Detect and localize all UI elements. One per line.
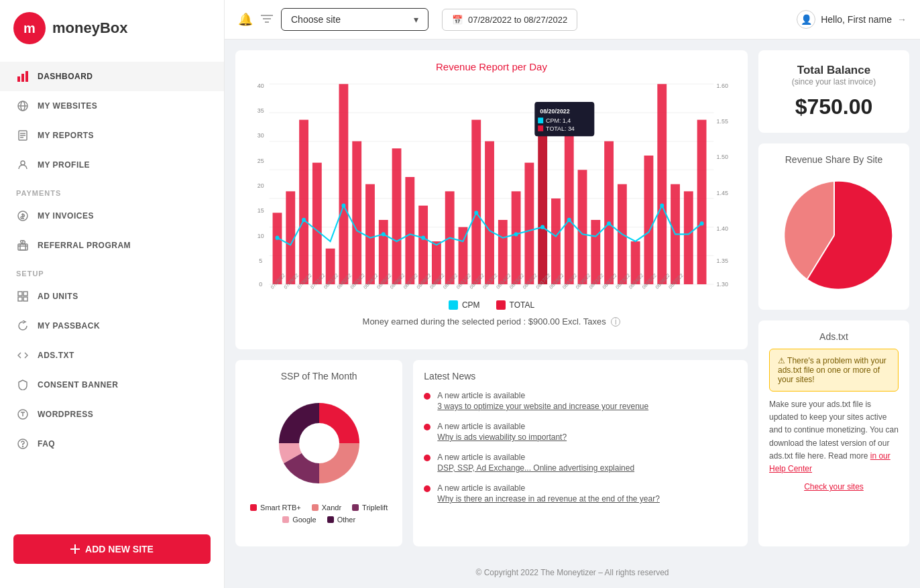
sidebar-item-wordpress[interactable]: WORDPRESS	[0, 400, 224, 429]
svg-rect-101	[538, 125, 543, 131]
svg-text:1.35: 1.35	[717, 257, 728, 264]
svg-rect-72	[538, 120, 547, 284]
svg-point-86	[302, 218, 306, 222]
info-icon[interactable]: i	[611, 317, 620, 327]
svg-rect-77	[604, 141, 614, 284]
sidebar-item-ad-units[interactable]: AD UNITS	[0, 282, 224, 311]
legend-cpm: CPM	[449, 300, 480, 310]
svg-rect-73	[551, 198, 561, 284]
svg-rect-14	[20, 244, 25, 250]
svg-rect-1	[21, 74, 24, 82]
sidebar-item-ads-txt[interactable]: ADS.TXT	[0, 341, 224, 370]
sidebar-item-my-invoices[interactable]: MY INVOICES	[0, 201, 224, 231]
user-avatar-icon: 👤	[797, 10, 815, 29]
sidebar-item-consent-banner[interactable]: CONSENT BANNER	[0, 370, 224, 400]
chart-title: Revenue Report per Day	[246, 61, 737, 72]
svg-text:0: 0	[259, 281, 262, 288]
svg-text:CPM: 1,4: CPM: 1,4	[546, 117, 571, 124]
svg-rect-18	[18, 297, 22, 301]
sidebar-item-my-passback[interactable]: MY PASSBACK	[0, 311, 224, 341]
svg-text:15: 15	[257, 207, 264, 214]
svg-rect-63	[418, 206, 428, 284]
legend-smart-rtb: Smart RTB+	[250, 504, 301, 512]
news-link-2[interactable]: DSP, SSP, Ad Exchange... Online advertis…	[437, 463, 634, 473]
news-card: Latest News A new article is available 3…	[413, 360, 748, 546]
revenue-share-card: Revenue Share By Site	[758, 143, 909, 310]
svg-point-93	[567, 218, 571, 222]
svg-rect-59	[365, 184, 375, 284]
svg-text:10: 10	[257, 232, 264, 239]
news-link-3[interactable]: Why is there an increase in ad revenue a…	[437, 494, 660, 504]
svg-text:TOTAL: 34: TOTAL: 34	[546, 125, 575, 131]
svg-point-10	[21, 161, 25, 165]
svg-rect-99	[538, 117, 543, 123]
svg-point-134	[299, 423, 339, 463]
site-select-dropdown[interactable]: Choose site ▾	[281, 8, 428, 31]
svg-rect-75	[578, 170, 587, 284]
sidebar-item-referral-program[interactable]: REFERRAL PROGRAM	[0, 231, 224, 260]
content-grid: Revenue Report per Day 40 35 30 25 20 15…	[225, 40, 920, 557]
sidebar-item-faq[interactable]: FAQ	[0, 429, 224, 459]
svg-rect-74	[565, 120, 574, 284]
news-link-1[interactable]: Why is ads viewability so important?	[437, 432, 567, 442]
doc-icon	[16, 129, 30, 142]
calendar-icon: 📅	[452, 15, 463, 25]
news-dot-icon	[424, 424, 430, 430]
list-item: A new article is available Why is ads vi…	[424, 422, 737, 442]
user-menu[interactable]: 👤 Hello, First name →	[797, 10, 907, 29]
news-link-0[interactable]: 3 ways to optimize your website and incr…	[437, 402, 648, 411]
svg-rect-55	[312, 163, 322, 284]
svg-text:20: 20	[257, 182, 264, 189]
list-item: A new article is available Why is there …	[424, 483, 737, 504]
filter-icon[interactable]	[261, 13, 273, 27]
legend-google: Google	[282, 516, 316, 524]
balance-subtitle: (since your last invoice)	[772, 77, 896, 86]
svg-rect-83	[684, 191, 693, 284]
svg-point-22	[23, 447, 23, 447]
revenue-share-title: Revenue Share By Site	[769, 154, 899, 165]
payments-section-label: PAYMENTS	[0, 180, 224, 201]
svg-point-94	[607, 221, 611, 225]
setup-section-label: SETUP	[0, 260, 224, 282]
main-content: 🔔 Choose site ▾ 📅 07/28/2022 to 08/27/20…	[225, 0, 920, 588]
date-range-picker[interactable]: 📅 07/28/2022 to 08/27/2022	[442, 9, 577, 31]
svg-rect-57	[339, 84, 348, 284]
svg-text:1.45: 1.45	[717, 189, 728, 196]
notification-bell-icon[interactable]: 🔔	[238, 12, 253, 27]
adstxt-check-link[interactable]: Check your sites	[769, 482, 899, 491]
sidebar-item-dashboard[interactable]: DASHBOARD	[0, 62, 224, 91]
logo-icon: m	[13, 12, 46, 44]
legend-xandr: Xandr	[312, 504, 341, 512]
sidebar-item-my-reports[interactable]: MY REPORTS	[0, 121, 224, 150]
svg-rect-84	[697, 120, 707, 284]
legend-triplelift: Triplelift	[352, 504, 388, 512]
wp-icon	[16, 408, 30, 421]
logout-icon[interactable]: →	[897, 14, 907, 25]
svg-rect-24	[70, 548, 80, 550]
svg-point-91	[514, 232, 518, 236]
revenue-chart-card: Revenue Report per Day 40 35 30 25 20 15…	[235, 50, 748, 349]
gift-icon	[16, 239, 30, 252]
total-color	[496, 300, 506, 310]
svg-text:5: 5	[259, 257, 262, 264]
chart-legend: CPM TOTAL	[246, 300, 737, 310]
news-dot-icon	[424, 455, 430, 461]
balance-title: Total Balance	[772, 64, 896, 77]
shield-icon	[16, 378, 30, 392]
svg-rect-16	[18, 292, 22, 296]
sidebar-item-my-profile[interactable]: MY PROFILE	[0, 150, 224, 180]
svg-rect-81	[657, 84, 667, 284]
globe-icon	[16, 99, 30, 113]
news-dot-icon	[424, 485, 430, 492]
add-new-site-button[interactable]: ADD NEW SITE	[13, 534, 211, 564]
sidebar-item-my-websites[interactable]: MY WEBSITES	[0, 91, 224, 121]
balance-card: Total Balance (since your last invoice) …	[758, 50, 909, 133]
svg-rect-2	[25, 71, 28, 82]
chart-icon	[16, 70, 30, 83]
svg-text:08/20/2022: 08/20/2022	[540, 108, 570, 115]
chart-area: 40 35 30 25 20 15 10 5 0 1.60 1.55 1.50 …	[246, 80, 737, 295]
legend-total: TOTAL	[496, 300, 535, 310]
adstxt-body: Make sure your ads.txt file is updated t…	[769, 398, 899, 475]
news-title: Latest News	[424, 371, 737, 381]
adstxt-card: Ads.txt ⚠ There's a problem with your ad…	[758, 320, 909, 546]
